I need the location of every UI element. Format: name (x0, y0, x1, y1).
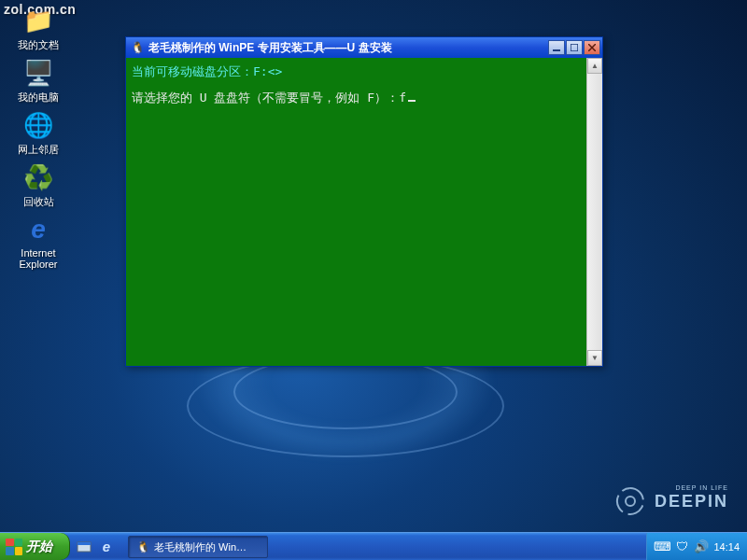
tray-ime-icon[interactable]: ⌨ (655, 539, 669, 554)
desktop-icon-network[interactable]: 🌐 网上邻居 (6, 110, 71, 157)
deepin-tagline: DEEP IN LIFE (675, 484, 728, 491)
maximize-button[interactable] (566, 40, 583, 55)
svg-rect-4 (78, 542, 91, 545)
ie-icon: e (23, 215, 53, 245)
deepin-logo: DEEP IN LIFE DEEPIN (613, 484, 728, 518)
system-tray: ⌨ 🛡 🔊 14:14 (646, 533, 747, 560)
folder-icon: 📁 (23, 6, 53, 35)
ie-icon: e (103, 539, 110, 554)
tray-clock[interactable]: 14:14 (713, 541, 740, 553)
desktop-icon-recycle-bin[interactable]: ♻️ 回收站 (6, 162, 71, 209)
icon-label: 回收站 (23, 195, 54, 209)
start-button[interactable]: 开始 (0, 533, 70, 560)
recycle-icon: ♻️ (23, 162, 53, 192)
icon-label: 网上邻居 (18, 143, 59, 157)
network-icon: 🌐 (23, 110, 53, 140)
svg-rect-1 (553, 49, 560, 51)
close-button[interactable] (584, 40, 600, 55)
windows-logo-icon (6, 539, 22, 555)
quick-launch-ie[interactable]: e (96, 537, 117, 557)
taskbar-task-winpe[interactable]: 🐧 老毛桃制作的 Win… (128, 536, 268, 558)
deepin-brand: DEEPIN (655, 492, 728, 511)
titlebar[interactable]: 🐧 老毛桃制作的 WinPE 专用安装工具——U 盘安装 (126, 37, 602, 58)
quick-launch-show-desktop[interactable] (74, 537, 94, 557)
cursor-icon (408, 100, 416, 102)
console-line-1: 当前可移动磁盘分区：F:<> (132, 62, 581, 82)
show-desktop-icon (77, 539, 92, 554)
app-icon: 🐧 (136, 540, 150, 553)
quick-launch: e (70, 533, 120, 560)
desktop-icon-my-documents[interactable]: 📁 我的文档 (6, 6, 71, 52)
console-input-value: f (399, 91, 406, 105)
icon-label: 我的电脑 (18, 91, 59, 105)
minimize-button[interactable] (548, 40, 565, 55)
icon-label: Internet Explorer (6, 247, 71, 270)
svg-point-0 (626, 497, 635, 506)
console-prompt: 请选择您的 U 盘盘符（不需要冒号，例如 F）： (132, 91, 399, 105)
window-title: 老毛桃制作的 WinPE 专用安装工具——U 盘安装 (148, 40, 548, 56)
icon-label: 我的文档 (18, 38, 59, 52)
computer-icon: 🖥️ (23, 58, 53, 88)
console-line-2: 请选择您的 U 盘盘符（不需要冒号，例如 F）：f (132, 88, 581, 108)
start-label: 开始 (26, 539, 52, 555)
scroll-up-button[interactable]: ▲ (587, 58, 602, 74)
scroll-down-button[interactable]: ▼ (587, 350, 602, 366)
app-window: 🐧 老毛桃制作的 WinPE 专用安装工具——U 盘安装 当前可移动磁盘分区：F… (125, 36, 603, 367)
desktop-icon-my-computer[interactable]: 🖥️ 我的电脑 (6, 58, 71, 105)
tray-shield-icon[interactable]: 🛡 (674, 539, 689, 554)
deepin-swirl-icon (613, 484, 647, 518)
scroll-track[interactable] (587, 74, 602, 350)
task-label: 老毛桃制作的 Win… (154, 540, 247, 554)
desktop-icon-ie[interactable]: e Internet Explorer (6, 215, 71, 270)
svg-rect-2 (571, 44, 578, 51)
console-area[interactable]: 当前可移动磁盘分区：F:<> 请选择您的 U 盘盘符（不需要冒号，例如 F）：f (126, 58, 586, 366)
tray-volume-icon[interactable]: 🔊 (694, 539, 709, 554)
taskbar: 开始 e 🐧 老毛桃制作的 Win… ⌨ 🛡 🔊 14:14 (0, 532, 747, 560)
vertical-scrollbar[interactable]: ▲ ▼ (586, 58, 602, 366)
app-icon: 🐧 (130, 40, 145, 55)
